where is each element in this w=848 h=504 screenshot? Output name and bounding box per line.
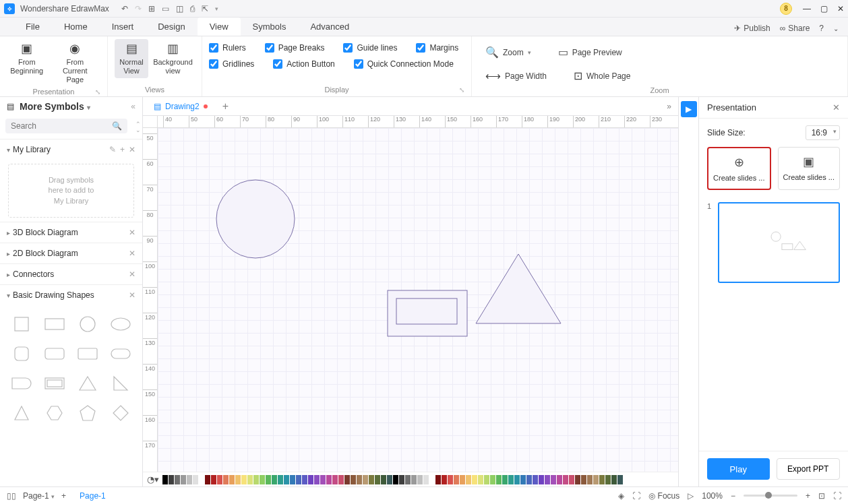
- color-swatch[interactable]: [545, 475, 550, 484]
- tab-home[interactable]: Home: [52, 18, 100, 36]
- zoom-out-icon[interactable]: −: [731, 491, 735, 501]
- presentation-launcher-icon[interactable]: ⤡: [95, 88, 100, 96]
- canvas[interactable]: [158, 128, 678, 472]
- add-page-icon[interactable]: +: [61, 491, 66, 501]
- library-drop-zone[interactable]: Drag symbols here to add to My Library: [8, 164, 134, 218]
- zoom-button[interactable]: 🔍Zoom▾: [479, 42, 538, 63]
- color-swatch[interactable]: [326, 475, 332, 484]
- color-swatch[interactable]: [557, 475, 562, 484]
- open-icon[interactable]: ▭: [162, 4, 169, 13]
- color-swatch[interactable]: [344, 475, 350, 484]
- color-swatch[interactable]: [448, 475, 453, 484]
- background-view-button[interactable]: ▥ Background view: [151, 39, 195, 78]
- shape-circle[interactable]: [74, 312, 102, 336]
- whole-page-button[interactable]: ⊡Whole Page: [567, 65, 637, 86]
- symbols-panel-title[interactable]: More Symbols ▾: [20, 101, 125, 112]
- shape-rounded-rect[interactable]: [41, 342, 69, 366]
- collapse-ribbon-icon[interactable]: ⌄: [833, 25, 839, 32]
- minimize-icon[interactable]: —: [803, 4, 811, 13]
- gridlines-checkbox[interactable]: Gridlines: [209, 59, 254, 69]
- play-status-icon[interactable]: ▷: [688, 491, 694, 501]
- pages-view-icon[interactable]: ▯▯: [7, 491, 16, 501]
- print-icon[interactable]: ⎙: [190, 4, 195, 13]
- quick-connection-checkbox[interactable]: Quick Connection Mode: [354, 59, 454, 69]
- from-current-page-button[interactable]: ◉ From Current Page: [50, 39, 101, 88]
- my-library-section[interactable]: ▾ My Library ✎+✕: [0, 139, 142, 160]
- undo-icon[interactable]: ↶: [121, 4, 128, 13]
- color-swatch[interactable]: [617, 475, 623, 484]
- color-swatch[interactable]: [411, 475, 417, 484]
- color-swatch[interactable]: [320, 475, 326, 484]
- color-swatch[interactable]: [551, 475, 556, 484]
- add-library-icon[interactable]: +: [120, 145, 125, 154]
- color-swatch[interactable]: [272, 475, 277, 484]
- color-swatch[interactable]: [247, 475, 253, 484]
- qat-more-icon[interactable]: ▾: [215, 5, 218, 12]
- horizontal-ruler[interactable]: 4050607080901001101201301401501601701801…: [158, 116, 678, 128]
- new-icon[interactable]: ⊞: [148, 4, 155, 13]
- color-swatch[interactable]: [611, 475, 617, 484]
- collapse-panel-icon[interactable]: «: [131, 102, 135, 111]
- color-swatch[interactable]: [520, 475, 526, 484]
- color-swatch[interactable]: [563, 475, 568, 484]
- display-launcher-icon[interactable]: ⤡: [459, 86, 464, 94]
- color-swatch[interactable]: [587, 475, 593, 484]
- page-tab[interactable]: Page-1: [73, 491, 113, 501]
- color-swatch[interactable]: [357, 475, 362, 484]
- color-swatch[interactable]: [290, 475, 295, 484]
- color-swatch[interactable]: [302, 475, 307, 484]
- presentation-mode-button[interactable]: ▶: [681, 101, 697, 117]
- color-swatch[interactable]: [332, 475, 338, 484]
- section-2d-block[interactable]: ▸2D Block Diagram✕: [0, 243, 142, 263]
- shape-square[interactable]: [8, 312, 36, 336]
- color-swatch[interactable]: [193, 475, 198, 484]
- shape-stadium[interactable]: [8, 371, 36, 396]
- color-swatch[interactable]: [593, 475, 599, 484]
- page-selector[interactable]: Page-1 ▾: [23, 491, 55, 501]
- tab-view[interactable]: View: [198, 18, 241, 36]
- edit-library-icon[interactable]: ✎: [109, 145, 116, 154]
- shape-rectangle[interactable]: [41, 312, 69, 336]
- color-swatch[interactable]: [399, 475, 404, 484]
- color-swatch[interactable]: [169, 475, 174, 484]
- shape-frame[interactable]: [41, 371, 69, 396]
- shape-triangle-right[interactable]: [107, 371, 134, 396]
- redo-icon[interactable]: ↷: [135, 4, 142, 13]
- slide-thumbnail[interactable]: [718, 202, 840, 283]
- color-swatch[interactable]: [478, 475, 483, 484]
- color-swatch[interactable]: [435, 475, 441, 484]
- color-swatch[interactable]: [460, 475, 465, 484]
- close-library-icon[interactable]: ✕: [129, 145, 135, 154]
- color-swatch[interactable]: [338, 475, 344, 484]
- color-swatch[interactable]: [211, 475, 216, 484]
- focus-button[interactable]: ◎ Focus: [648, 491, 679, 501]
- shape-ellipse[interactable]: [107, 312, 134, 336]
- color-swatch[interactable]: [278, 475, 283, 484]
- shape-triangle-up[interactable]: [8, 401, 36, 425]
- scroll-down-icon[interactable]: ⌄: [135, 127, 141, 133]
- color-swatch[interactable]: [581, 475, 586, 484]
- fit-width-icon[interactable]: ⛶: [833, 491, 841, 501]
- color-swatch[interactable]: [466, 475, 471, 484]
- slide-size-select[interactable]: 16:9: [806, 125, 840, 140]
- action-button-checkbox[interactable]: Action Button: [273, 59, 334, 69]
- shape-rounded-square[interactable]: [8, 342, 36, 366]
- color-swatch[interactable]: [253, 475, 259, 484]
- color-swatch[interactable]: [569, 475, 574, 484]
- play-button[interactable]: Play: [707, 458, 770, 480]
- color-swatch[interactable]: [533, 475, 538, 484]
- color-swatch[interactable]: [187, 475, 192, 484]
- search-icon[interactable]: 🔍: [112, 121, 122, 131]
- maximize-icon[interactable]: ▢: [820, 4, 828, 13]
- rulers-checkbox[interactable]: Rulers: [209, 43, 246, 53]
- vertical-ruler[interactable]: 5060708090100110120130140150160170: [143, 128, 158, 472]
- close-section-icon[interactable]: ✕: [129, 270, 135, 279]
- symbol-search[interactable]: 🔍: [5, 119, 127, 133]
- color-swatch[interactable]: [514, 475, 520, 484]
- close-section-icon[interactable]: ✕: [129, 290, 135, 300]
- color-swatch[interactable]: [181, 475, 186, 484]
- shape-frame-instance[interactable]: [387, 290, 468, 337]
- color-swatch[interactable]: [605, 475, 611, 484]
- color-swatch[interactable]: [575, 475, 580, 484]
- shape-rounded-rect2[interactable]: [74, 342, 102, 366]
